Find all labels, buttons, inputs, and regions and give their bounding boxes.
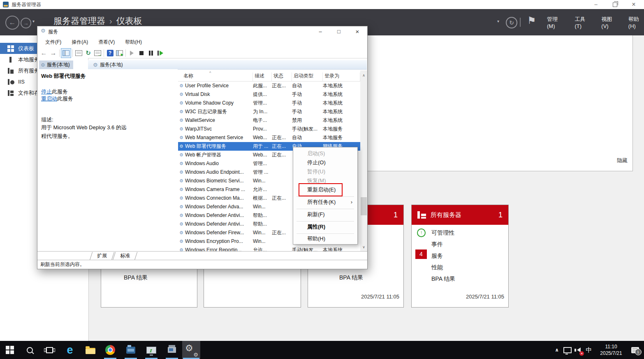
server-manager-button[interactable]	[122, 341, 140, 359]
service-row[interactable]: ⚙Windows Error Reportin...允许...手动(触发...本…	[178, 246, 360, 252]
menu-action[interactable]: 操作(A)	[69, 37, 90, 47]
services-minimize-button[interactable]: –	[313, 26, 327, 37]
bpa-results-row[interactable]: BPA 结果	[124, 274, 148, 282]
stop-service-link[interactable]: 停止	[41, 89, 52, 95]
close-button[interactable]: ×	[624, 0, 643, 9]
toolbar-separator	[104, 49, 104, 57]
restart-service-suffix: 此服务	[57, 96, 73, 102]
service-gear-icon: ⚙	[178, 211, 185, 220]
stop-service-icon[interactable]	[137, 49, 146, 58]
menu-help[interactable]: 帮助(H)	[628, 16, 644, 29]
menu-file[interactable]: 文件(F)	[43, 37, 64, 47]
scroll-up-icon[interactable]: ∧	[360, 72, 367, 79]
service-row[interactable]: ⚙Volume Shadow Copy管理...手动本地系统	[178, 99, 360, 107]
tree-item-services-local[interactable]: ⚙ 服务(本地)	[39, 61, 73, 69]
services-close-button[interactable]: ×	[350, 26, 364, 37]
console-tree-icon[interactable]	[61, 48, 71, 58]
column-description[interactable]: 描述	[253, 72, 272, 81]
performance-monitor-button[interactable]	[142, 341, 160, 359]
vertical-scrollbar[interactable]: ∧ ∨	[360, 70, 367, 252]
start-service-icon[interactable]	[127, 49, 137, 58]
tile-row-manageability[interactable]: 可管理性	[431, 228, 454, 238]
services-titlebar[interactable]: ⚙ 服务 – □ ×	[37, 26, 367, 37]
toolbar-separator	[125, 49, 126, 57]
tab-standard[interactable]: 标准	[113, 252, 137, 260]
chrome-button[interactable]	[101, 341, 119, 359]
restart-service-icon[interactable]	[155, 49, 165, 58]
menu-item-refresh[interactable]: 刷新(F)	[293, 210, 357, 219]
service-row[interactable]: ⚙User Profile Service此服...正在...自动本地系统	[178, 82, 360, 90]
scrollbar-thumb[interactable]	[361, 197, 367, 215]
forward-icon[interactable]: →	[49, 49, 58, 58]
column-name[interactable]: 名称	[178, 72, 253, 81]
service-row[interactable]: ⚙Web Management ServiceWeb...正在...自动本地服务	[178, 133, 360, 142]
ime-indicator[interactable]: 中	[583, 341, 595, 359]
search-button[interactable]	[21, 341, 39, 359]
services-app-button[interactable]: ⚙⚙	[182, 341, 200, 359]
service-gear-icon: ⚙	[178, 107, 185, 116]
tile-row-performance[interactable]: 性能	[431, 262, 443, 272]
breadcrumb-root[interactable]: 服务器管理器	[53, 15, 105, 27]
refresh-icon[interactable]: ↻	[83, 49, 93, 58]
devices-button[interactable]	[163, 341, 181, 359]
service-row[interactable]: ⚙WalletService电子...禁用本地系统	[178, 116, 360, 125]
menu-item-properties[interactable]: 属性(R)	[293, 222, 357, 231]
restart-service-link[interactable]: 重启动	[41, 96, 57, 102]
restore-icon	[613, 2, 617, 7]
pause-service-icon[interactable]	[146, 49, 155, 58]
tile-row-services[interactable]: 服务	[431, 251, 443, 261]
menu-view[interactable]: 查看(V)	[96, 37, 117, 47]
notification-center-button[interactable]: 1	[628, 341, 642, 359]
tab-extended[interactable]: 扩展	[90, 252, 114, 260]
breadcrumb-current[interactable]: 仪表板	[116, 15, 142, 27]
menu-item-all-tasks[interactable]: 所有任务(K)›	[293, 198, 357, 207]
services-maximize-button[interactable]: □	[332, 26, 346, 37]
service-gear-icon: ⚙	[178, 220, 185, 228]
column-logon-as[interactable]: 登录为	[323, 72, 360, 81]
tile-row-bpa[interactable]: BPA 结果	[431, 274, 455, 284]
toolbar-dropdown-icon[interactable]: ▾	[497, 19, 499, 23]
network-tray-button[interactable]	[562, 341, 573, 359]
forward-button[interactable]: →	[21, 18, 31, 28]
menu-item-stop[interactable]: 停止(O)	[293, 158, 357, 167]
bpa-results-row[interactable]: BPA 结果	[339, 274, 363, 282]
gear-icon: ⚙	[41, 62, 45, 68]
task-view-button[interactable]	[40, 341, 58, 359]
tile-row-events[interactable]: 事件	[431, 239, 443, 249]
help-icon[interactable]: ?	[105, 49, 115, 58]
internet-explorer-button[interactable]: e	[61, 341, 79, 359]
scroll-down-icon[interactable]: ∨	[360, 244, 367, 251]
restore-button[interactable]	[605, 0, 624, 9]
all-servers-tile-header[interactable]: 所有服务器 1	[412, 205, 508, 225]
refresh-button[interactable]: ↻	[506, 17, 517, 28]
service-row[interactable]: ⚙WarpJITSvcProv...手动(触发...本地服务	[178, 125, 360, 133]
action-pane-icon[interactable]: ▶	[115, 49, 124, 58]
restart-highlight-box	[299, 183, 343, 196]
export-list-icon[interactable]: →	[93, 49, 102, 58]
column-startup-type[interactable]: 启动类型	[292, 72, 323, 81]
service-row[interactable]: ⚙Virtual Disk提供...手动本地系统	[178, 90, 360, 99]
menu-view[interactable]: 视图(V)	[601, 16, 617, 29]
windows-logo-icon	[6, 346, 14, 354]
menu-tools[interactable]: 工具(T)	[575, 16, 590, 29]
properties-icon[interactable]	[74, 49, 83, 58]
menu-item-help[interactable]: 帮助(H)	[293, 234, 357, 243]
service-row[interactable]: ⚙W3C 日志记录服务为 In...手动本地系统	[178, 107, 360, 116]
back-button[interactable]: ←	[5, 16, 19, 30]
submenu-arrow-icon: ›	[351, 198, 352, 207]
file-explorer-button[interactable]	[81, 341, 100, 359]
hide-link[interactable]: 隐藏	[617, 157, 628, 164]
clock[interactable]: 11:102025/7/21	[594, 341, 628, 359]
minimize-button[interactable]: –	[586, 0, 605, 9]
menu-manage[interactable]: 管理(M)	[547, 16, 563, 29]
start-button[interactable]	[1, 341, 19, 359]
all-servers-tile[interactable]: 所有服务器 1 ↑ 可管理性 事件 4 服务 性能 BPA 结果 2025/7/…	[411, 205, 509, 308]
notifications-flag-icon[interactable]: ⚑	[527, 15, 536, 26]
column-status[interactable]: 状态	[272, 72, 292, 81]
menu-help[interactable]: 帮助(H)	[123, 37, 144, 47]
dashboard-icon	[7, 45, 14, 52]
back-icon[interactable]: ←	[39, 49, 49, 58]
nav-dropdown-icon[interactable]: ▾	[32, 19, 35, 23]
service-gear-icon: ⚙	[178, 185, 185, 194]
tray-chevron-button[interactable]: ∧	[551, 341, 563, 359]
